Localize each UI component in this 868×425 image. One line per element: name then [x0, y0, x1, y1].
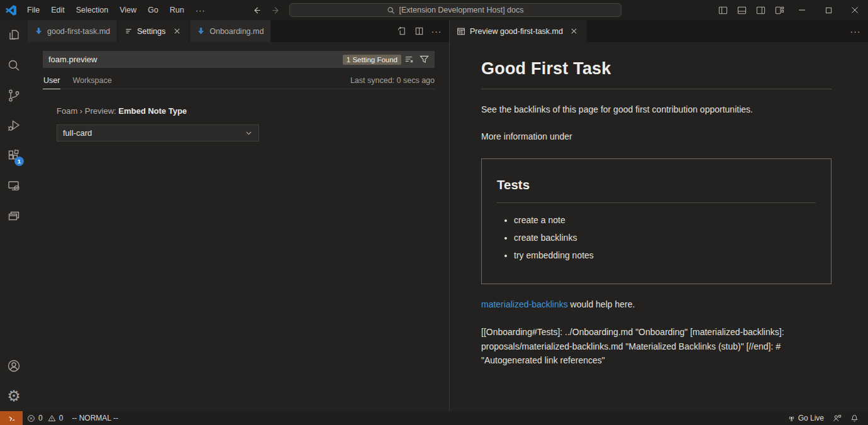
setting-category: Foam › Preview: — [57, 106, 118, 116]
tab-onboarding[interactable]: Onboarding.md — [190, 20, 271, 42]
title-bar-right — [713, 0, 868, 20]
embedded-note-title: Tests — [497, 175, 816, 204]
status-bar-right: Go Live — [783, 411, 868, 425]
split-editor-icon[interactable] — [411, 24, 426, 39]
chevron-down-icon — [245, 129, 253, 137]
go-live-label: Go Live — [798, 414, 824, 422]
tab-bar-right: Preview good-first-task.md ··· — [450, 20, 868, 42]
tab-spacer — [587, 20, 848, 42]
embedded-note-list: create a note create backlinks try embed… — [497, 214, 816, 262]
remote-indicator[interactable] — [0, 411, 23, 425]
remote-explorer-view-button[interactable] — [0, 171, 28, 201]
menu-run[interactable]: Run — [164, 3, 190, 17]
menu-selection[interactable]: Selection — [70, 3, 114, 17]
open-settings-json-icon[interactable] — [394, 24, 409, 39]
editor-more-icon[interactable]: ··· — [429, 24, 444, 39]
search-icon — [387, 6, 395, 14]
go-live-button[interactable]: Go Live — [783, 411, 828, 425]
source-control-view-button[interactable] — [0, 80, 28, 111]
source-control-icon — [6, 88, 21, 103]
stacked-windows-icon — [6, 209, 21, 224]
extensions-view-button[interactable]: 1 — [0, 141, 28, 171]
select-value: full-card — [63, 128, 92, 138]
nav-back-icon[interactable] — [249, 3, 263, 17]
editor-group-left: good-first-task.md Settings — [28, 20, 450, 411]
nav-forward-icon[interactable] — [269, 3, 283, 17]
settings-scope-tabs: User Workspace Last synced: 0 secs ago — [43, 76, 435, 89]
markdown-file-icon — [35, 27, 43, 35]
settings-list-icon — [125, 27, 133, 35]
setting-title: Foam › Preview: Embed Note Type — [57, 106, 449, 116]
tab-label: Settings — [137, 27, 165, 36]
feedback-icon — [833, 414, 842, 422]
feedback-button[interactable] — [828, 411, 846, 425]
preview-paragraph: materialized-backlinks would help here. — [481, 298, 832, 311]
list-item: try embedding notes — [514, 249, 816, 262]
command-center[interactable]: [Extension Development Host] docs — [289, 3, 621, 17]
search-view-icon — [6, 58, 21, 73]
warning-count: 0 — [59, 414, 64, 422]
toggle-panel-icon[interactable] — [732, 0, 751, 20]
clear-filters-icon[interactable] — [401, 53, 416, 67]
problems-status[interactable]: 0 0 — [23, 411, 67, 425]
tab-spacer — [271, 20, 394, 42]
minimize-button[interactable] — [789, 0, 815, 20]
tab-label: good-first-task.md — [47, 27, 110, 36]
setting-name: Embed Note Type — [118, 106, 187, 116]
scope-tab-workspace[interactable]: Workspace — [72, 76, 112, 89]
accounts-button[interactable] — [0, 351, 28, 381]
settings-search-input[interactable]: foam.preview 1 Setting Found — [43, 51, 435, 68]
toggle-secondary-sidebar-icon[interactable] — [751, 0, 770, 20]
embed-note-type-select[interactable]: full-card — [57, 124, 259, 141]
title-bar-center: [Extension Development Host] docs — [249, 0, 621, 20]
explorer-icon — [6, 28, 21, 43]
tab-label: Onboarding.md — [209, 27, 264, 36]
editor-actions-right: ··· — [848, 20, 868, 42]
notifications-button[interactable] — [846, 411, 863, 425]
close-window-button[interactable] — [842, 0, 868, 20]
vim-mode-status[interactable]: -- NORMAL -- — [67, 411, 123, 425]
tab-label: Preview good-first-task.md — [470, 27, 563, 36]
broadcast-icon — [787, 414, 796, 422]
materialized-backlinks-link[interactable]: materialized-backlinks — [481, 299, 568, 309]
tab-close-icon[interactable] — [171, 26, 182, 37]
preview-title: Good First Task — [481, 51, 832, 89]
editor-more-icon[interactable]: ··· — [848, 24, 863, 39]
preview-paragraph: More information under — [481, 130, 832, 143]
tab-close-icon[interactable] — [569, 26, 580, 37]
remote-icon — [8, 414, 16, 422]
title-bar: File Edit Selection View Go Run ··· [Ext… — [0, 0, 868, 20]
filter-icon[interactable] — [416, 53, 431, 67]
settings-results-badge: 1 Setting Found — [343, 55, 401, 65]
link-references-text: [[Onboarding#Tests]: ../Onboarding.md "O… — [481, 325, 832, 368]
window-title: [Extension Development Host] docs — [399, 6, 523, 14]
run-debug-icon — [6, 118, 21, 133]
menu-edit[interactable]: Edit — [45, 3, 70, 17]
manage-button[interactable]: ⚙ — [0, 381, 28, 411]
tab-good-first-task[interactable]: good-first-task.md — [28, 20, 118, 42]
windows-view-button[interactable] — [0, 201, 28, 231]
menu-more-icon[interactable]: ··· — [190, 6, 211, 15]
markdown-file-icon — [197, 27, 205, 35]
last-synced-label: Last synced: 0 secs ago — [350, 76, 435, 89]
list-item: create a note — [514, 214, 816, 227]
tab-settings[interactable]: Settings — [118, 20, 190, 42]
status-bar: 0 0 -- NORMAL -- Go Live — [0, 411, 868, 425]
search-view-button[interactable] — [0, 50, 28, 80]
toggle-sidebar-icon[interactable] — [713, 0, 732, 20]
scope-tab-user[interactable]: User — [43, 76, 60, 89]
tab-preview[interactable]: Preview good-first-task.md — [450, 20, 587, 42]
menu-view[interactable]: View — [114, 3, 142, 17]
extensions-badge: 1 — [14, 157, 24, 166]
maximize-button[interactable] — [815, 0, 842, 20]
menu-file[interactable]: File — [21, 3, 45, 17]
remote-explorer-icon — [6, 179, 21, 194]
explorer-view-button[interactable] — [0, 20, 28, 50]
setting-item-embed-note-type: Foam › Preview: Embed Note Type full-car… — [57, 106, 449, 141]
markdown-preview: Good First Task See the backlinks of thi… — [450, 42, 868, 411]
list-item: create backlinks — [514, 231, 816, 245]
customize-layout-icon[interactable] — [770, 0, 789, 20]
settings-gear-icon: ⚙ — [7, 389, 21, 404]
run-debug-view-button[interactable] — [0, 111, 28, 141]
menu-go[interactable]: Go — [142, 3, 164, 17]
